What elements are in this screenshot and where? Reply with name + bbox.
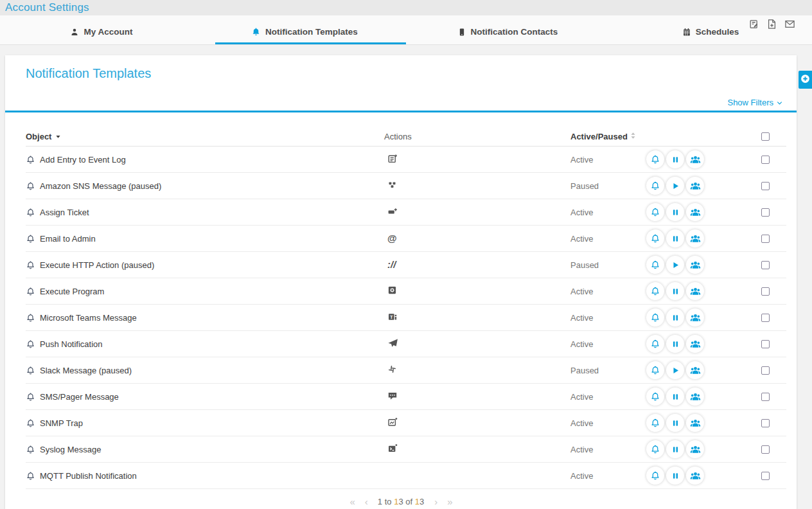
template-name-link[interactable]: Microsoft Teams Message xyxy=(40,313,137,323)
row-checkbox[interactable] xyxy=(761,445,770,454)
template-name-link[interactable]: Assign Ticket xyxy=(40,208,89,217)
row-checkbox[interactable] xyxy=(761,366,770,375)
used-by-button[interactable] xyxy=(686,440,704,458)
pause-button[interactable] xyxy=(666,440,684,458)
file-add-icon[interactable] xyxy=(766,19,777,30)
pagination-next-button[interactable]: › xyxy=(434,496,437,507)
tab-notification-contacts[interactable]: Notification Contacts xyxy=(406,15,609,44)
used-by-button[interactable] xyxy=(686,282,704,300)
used-by-button[interactable] xyxy=(686,308,704,326)
pagination-prev-button[interactable]: ‹ xyxy=(365,496,367,507)
table-row: MQTT Publish Notification Active xyxy=(26,463,786,489)
bell-outline-icon xyxy=(26,234,35,244)
tab-notification-templates[interactable]: Notification Templates xyxy=(203,15,406,44)
used-by-button[interactable] xyxy=(686,150,704,168)
used-by-button[interactable] xyxy=(686,256,704,274)
used-by-button[interactable] xyxy=(686,229,704,247)
test-notification-button[interactable] xyxy=(646,150,664,168)
svg-text:T: T xyxy=(390,314,393,319)
test-notification-button[interactable] xyxy=(646,308,664,326)
row-checkbox[interactable] xyxy=(761,419,770,427)
test-notification-button[interactable] xyxy=(646,361,664,379)
event-log-add-icon xyxy=(387,154,398,166)
resume-button[interactable] xyxy=(666,177,684,195)
used-by-button[interactable] xyxy=(686,335,704,353)
pause-button[interactable] xyxy=(666,282,684,300)
column-header-status[interactable]: Active/Paused xyxy=(570,132,642,141)
template-name-link[interactable]: Execute HTTP Action (paused) xyxy=(40,260,154,270)
test-notification-button[interactable] xyxy=(646,440,664,458)
resume-button[interactable] xyxy=(666,361,684,379)
template-name-link[interactable]: SMS/Pager Message xyxy=(40,392,119,402)
row-checkbox[interactable] xyxy=(761,287,770,296)
ticket-add-icon xyxy=(387,206,398,219)
used-by-button[interactable] xyxy=(686,203,704,221)
test-notification-button[interactable] xyxy=(646,467,664,485)
bell-outline-icon xyxy=(26,155,35,165)
template-name-link[interactable]: Syslog Message xyxy=(40,445,101,454)
add-template-button[interactable] xyxy=(799,71,812,89)
template-name-link[interactable]: SNMP Trap xyxy=(40,418,83,428)
template-name-link[interactable]: Slack Message (paused) xyxy=(40,366,132,375)
plus-circle-icon xyxy=(800,74,810,85)
template-name-link[interactable]: Push Notification xyxy=(40,339,103,349)
pause-button[interactable] xyxy=(666,467,684,485)
template-name-link[interactable]: Email to Admin xyxy=(40,234,96,244)
test-notification-button[interactable] xyxy=(646,229,664,247)
pause-button[interactable] xyxy=(666,150,684,168)
resume-button[interactable] xyxy=(666,256,684,274)
test-notification-button[interactable] xyxy=(646,414,664,432)
select-all-checkbox[interactable] xyxy=(761,132,770,141)
test-notification-button[interactable] xyxy=(646,256,664,274)
pause-button[interactable] xyxy=(666,414,684,432)
template-name-link[interactable]: Execute Program xyxy=(40,287,104,296)
http-url-icon: :// xyxy=(387,260,396,270)
note-edit-icon[interactable] xyxy=(748,19,759,30)
template-name-link[interactable]: MQTT Publish Notification xyxy=(40,471,137,481)
template-name-link[interactable]: Add Entry to Event Log xyxy=(40,155,126,165)
used-by-button[interactable] xyxy=(686,388,704,406)
row-checkbox[interactable] xyxy=(761,472,770,480)
test-notification-button[interactable] xyxy=(646,203,664,221)
tab-bar: My Account Notification Templates Notifi… xyxy=(0,15,812,45)
used-by-button[interactable] xyxy=(686,414,704,432)
bell-icon xyxy=(251,27,261,37)
row-checkbox[interactable] xyxy=(761,340,770,348)
execute-program-icon xyxy=(387,285,397,297)
table-row: Syslog Message Active xyxy=(26,436,786,463)
show-filters-link[interactable]: Show Filters xyxy=(727,98,782,107)
bell-outline-icon xyxy=(26,366,35,375)
status-text: Active xyxy=(570,445,642,454)
status-text: Active xyxy=(570,392,642,402)
row-checkbox[interactable] xyxy=(761,261,770,269)
pause-button[interactable] xyxy=(666,203,684,221)
pagination-last-button[interactable]: » xyxy=(447,496,452,507)
used-by-button[interactable] xyxy=(686,361,704,379)
test-notification-button[interactable] xyxy=(646,335,664,353)
used-by-button[interactable] xyxy=(686,177,704,195)
pagination-first-button[interactable]: « xyxy=(350,496,355,507)
test-notification-button[interactable] xyxy=(646,282,664,300)
pause-button[interactable] xyxy=(666,388,684,406)
row-checkbox[interactable] xyxy=(761,156,770,164)
user-icon xyxy=(70,28,79,37)
table-row: Execute HTTP Action (paused) :// Paused xyxy=(26,252,786,278)
envelope-icon[interactable] xyxy=(784,19,795,30)
tab-label: My Account xyxy=(84,27,132,37)
row-checkbox[interactable] xyxy=(761,182,770,190)
row-checkbox[interactable] xyxy=(761,393,770,401)
test-notification-button[interactable] xyxy=(646,177,664,195)
used-by-button[interactable] xyxy=(686,467,704,485)
row-checkbox[interactable] xyxy=(761,208,770,217)
template-name-link[interactable]: Amazon SNS Message (paused) xyxy=(40,181,161,191)
row-checkbox[interactable] xyxy=(761,235,770,243)
pause-button[interactable] xyxy=(666,229,684,247)
status-text: Paused xyxy=(570,181,642,191)
pause-button[interactable] xyxy=(666,308,684,326)
tab-my-account[interactable]: My Account xyxy=(0,15,203,44)
test-notification-button[interactable] xyxy=(646,388,664,406)
row-checkbox[interactable] xyxy=(761,314,770,322)
column-header-object[interactable]: Object xyxy=(26,132,384,141)
pause-button[interactable] xyxy=(666,335,684,353)
status-text: Active xyxy=(570,339,642,349)
